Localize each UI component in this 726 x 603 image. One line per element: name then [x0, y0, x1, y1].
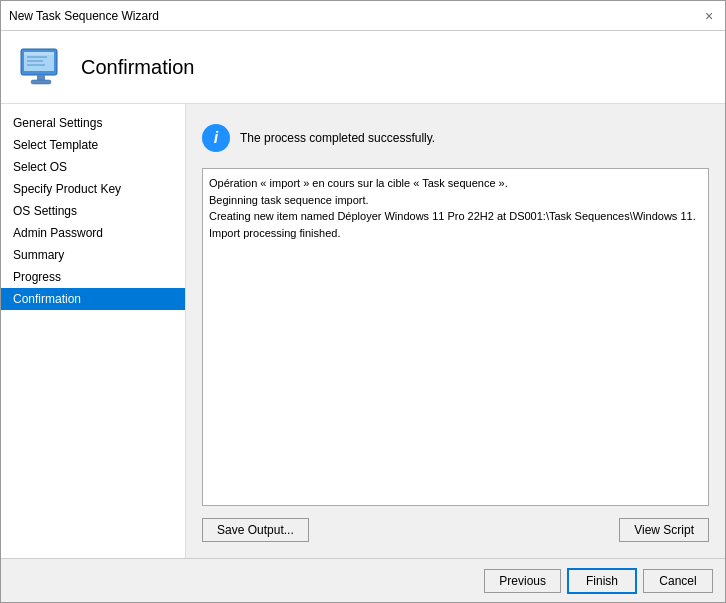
svg-rect-4: [31, 80, 51, 84]
sidebar-item-summary[interactable]: Summary: [1, 244, 185, 266]
sidebar-item-progress[interactable]: Progress: [1, 266, 185, 288]
sidebar-item-select-template[interactable]: Select Template: [1, 134, 185, 156]
cancel-button[interactable]: Cancel: [643, 569, 713, 593]
wizard-window: New Task Sequence Wizard × Confirmation …: [0, 0, 726, 603]
main-content: i The process completed successfully. Op…: [186, 104, 725, 558]
info-icon: i: [202, 124, 230, 152]
view-script-button[interactable]: View Script: [619, 518, 709, 542]
footer: Previous Finish Cancel: [1, 558, 725, 602]
previous-button[interactable]: Previous: [484, 569, 561, 593]
sidebar-item-admin-password[interactable]: Admin Password: [1, 222, 185, 244]
content-area: General SettingsSelect TemplateSelect OS…: [1, 104, 725, 558]
title-bar: New Task Sequence Wizard ×: [1, 1, 725, 31]
finish-button[interactable]: Finish: [567, 568, 637, 594]
page-title: Confirmation: [81, 56, 194, 79]
sidebar-item-general-settings[interactable]: General Settings: [1, 112, 185, 134]
header-area: Confirmation: [1, 31, 725, 104]
sidebar: General SettingsSelect TemplateSelect OS…: [1, 104, 186, 558]
sidebar-item-os-settings[interactable]: OS Settings: [1, 200, 185, 222]
log-output-box: Opération « import » en cours sur la cib…: [202, 168, 709, 506]
log-line: Import processing finished.: [209, 225, 702, 242]
success-banner: i The process completed successfully.: [202, 120, 709, 156]
log-line: Beginning task sequence import.: [209, 192, 702, 209]
computer-icon: [17, 43, 65, 91]
sidebar-item-confirmation[interactable]: Confirmation: [1, 288, 185, 310]
sidebar-item-specify-product-key[interactable]: Specify Product Key: [1, 178, 185, 200]
sidebar-item-select-os[interactable]: Select OS: [1, 156, 185, 178]
log-line: Opération « import » en cours sur la cib…: [209, 175, 702, 192]
success-message: The process completed successfully.: [240, 131, 435, 145]
window-title: New Task Sequence Wizard: [9, 9, 159, 23]
close-button[interactable]: ×: [701, 8, 717, 24]
save-output-button[interactable]: Save Output...: [202, 518, 309, 542]
log-buttons-row: Save Output... View Script: [202, 518, 709, 542]
svg-rect-2: [24, 52, 54, 55]
svg-rect-3: [37, 75, 45, 80]
log-line: Creating new item named Déployer Windows…: [209, 208, 702, 225]
